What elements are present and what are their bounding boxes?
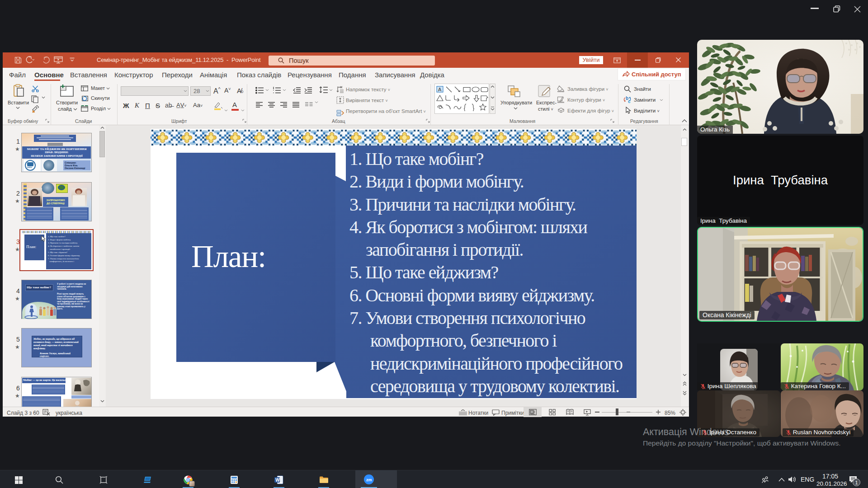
svg-text:W: W [275, 478, 280, 483]
svg-text:A: A [438, 87, 442, 92]
